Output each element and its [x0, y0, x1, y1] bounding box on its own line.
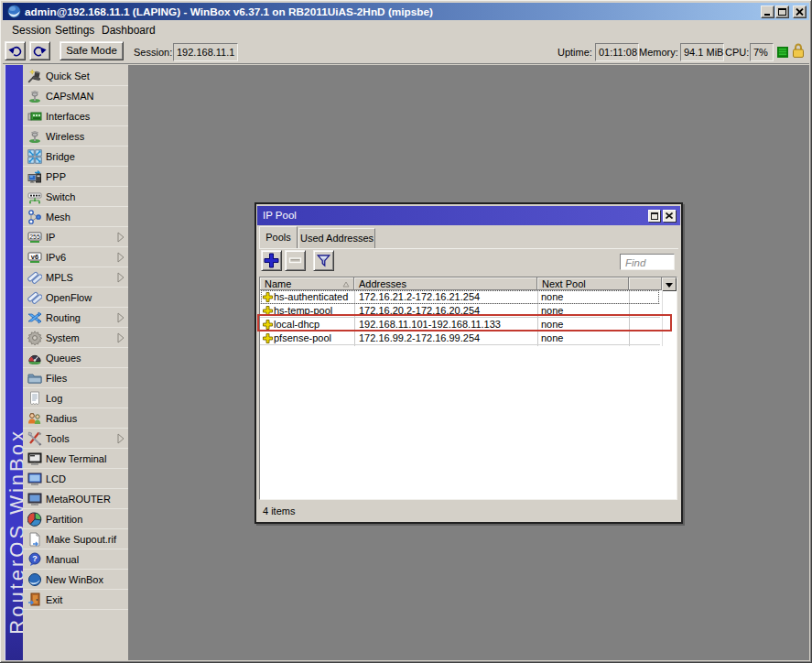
- svg-text:?: ?: [32, 554, 38, 563]
- svg-text:v6: v6: [31, 253, 38, 261]
- svg-text:255: 255: [29, 234, 40, 240]
